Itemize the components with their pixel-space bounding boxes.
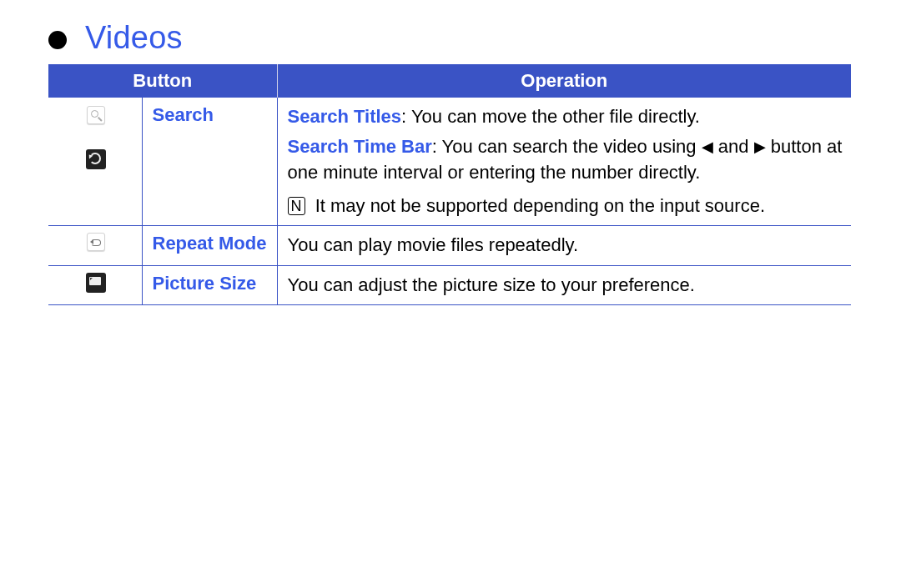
operation-cell: You can adjust the picture size to your … (277, 265, 851, 304)
feature-name: Search (153, 104, 214, 125)
table-row: Search Search Titles: You can move the o… (48, 98, 851, 226)
note-icon: N (288, 197, 305, 215)
operation-cell: You can play movie files repeatedly. (277, 226, 851, 265)
operation-text: You can adjust the picture size to your … (288, 274, 695, 295)
feature-name-cell: Picture Size (142, 265, 277, 304)
feature-name: Picture Size (153, 273, 257, 294)
table-row: Picture Size You can adjust the picture … (48, 265, 851, 304)
note-text: It may not be supported depending on the… (315, 195, 765, 216)
operation-cell: Search Titles: You can move the other fi… (277, 98, 851, 226)
col-header-operation: Operation (277, 64, 851, 98)
button-icon-cell (48, 265, 142, 304)
right-arrow-icon: ▶ (754, 138, 766, 155)
repeat-icon (87, 233, 105, 251)
feature-name: Repeat Mode (153, 233, 267, 254)
section-title-row: Videos (48, 20, 856, 56)
note-line: N It may not be supported depending on t… (288, 193, 843, 219)
button-icon-cell (48, 98, 142, 226)
search-icon (87, 106, 105, 124)
section-title: Videos (85, 20, 183, 56)
left-arrow-icon: ◀ (702, 138, 713, 155)
manual-page: Videos Button Operation (0, 0, 901, 305)
bullet-icon (48, 31, 67, 49)
button-icon-cell (48, 226, 142, 265)
feature-name-cell: Search (142, 98, 277, 226)
feature-name-cell: Repeat Mode (142, 226, 277, 265)
search-timebar-label: Search Time Bar (288, 136, 432, 157)
table-header-row: Button Operation (48, 64, 851, 98)
col-header-button: Button (48, 64, 277, 98)
search-titles-text: : You can move the other file directly. (401, 106, 700, 127)
operation-text: You can play movie files repeatedly. (288, 234, 579, 255)
search-timebar-pre: : You can search the video using (432, 136, 702, 157)
refresh-icon (86, 149, 106, 169)
operations-table: Button Operation Sea (48, 64, 851, 305)
search-titles-label: Search Titles (288, 106, 402, 127)
search-titles-line: Search Titles: You can move the other fi… (288, 104, 843, 129)
search-timebar-line: Search Time Bar: You can search the vide… (288, 134, 843, 185)
table-row: Repeat Mode You can play movie files rep… (48, 226, 851, 265)
picture-size-icon (86, 273, 106, 293)
search-timebar-mid: and (713, 136, 754, 157)
